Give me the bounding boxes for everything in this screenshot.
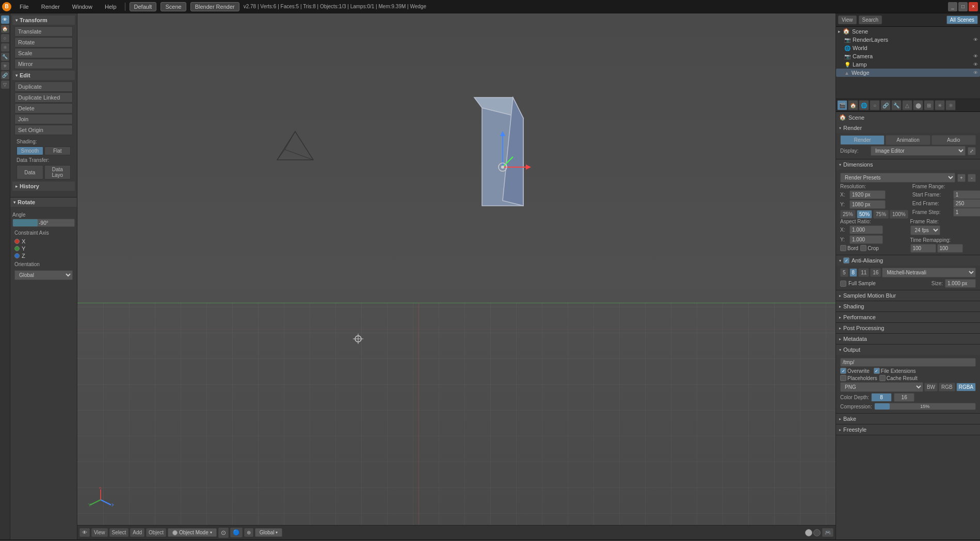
frame-step-input[interactable]	[953, 208, 980, 217]
output-path-input[interactable]	[840, 358, 976, 367]
world-item[interactable]: 🌐 World	[836, 44, 980, 52]
wedge-item[interactable]: ▲ Wedge 👁	[836, 69, 980, 77]
rgba-btn[interactable]: RGBA	[956, 383, 976, 391]
aa-5-btn[interactable]: 5	[840, 268, 848, 277]
post-processing-title[interactable]: ▸ Post Processing	[836, 323, 980, 333]
scene-tab[interactable]: 🏠	[848, 100, 858, 110]
bottom-select-menu[interactable]: Select	[109, 528, 129, 537]
depth-8-btn[interactable]: 8	[871, 393, 892, 402]
transform-pivot-btn[interactable]: ⊙	[218, 528, 229, 538]
mirror-button[interactable]: Mirror	[14, 59, 73, 69]
object-tab[interactable]: ○	[870, 100, 880, 110]
world-tab[interactable]: 🌐	[859, 100, 869, 110]
data-layo-button[interactable]: Data Layo	[44, 165, 71, 179]
output-title[interactable]: ▾ Output	[836, 345, 980, 355]
edit-header[interactable]: ▾ Edit	[12, 71, 75, 80]
scale-button[interactable]: Scale	[14, 48, 73, 58]
duplicate-linked-button[interactable]: Duplicate Linked	[14, 92, 73, 103]
presets-remove-btn[interactable]: -	[968, 174, 976, 182]
scene-selector[interactable]: Scene	[160, 2, 186, 11]
menu-file[interactable]: File	[15, 3, 33, 11]
remap-old-input[interactable]	[910, 244, 936, 253]
data-button[interactable]: Data	[17, 165, 43, 179]
scene-root[interactable]: ▸ 🏠 Scene	[836, 27, 980, 36]
display-select[interactable]: Image Editor	[871, 146, 966, 156]
texture-tab[interactable]: ⊞	[924, 100, 934, 110]
constraints-icon[interactable]: 🔗	[1, 71, 9, 79]
aa-checkbox[interactable]: ✓	[843, 257, 849, 264]
aa-title[interactable]: ▾ ✓ Anti-Aliasing	[836, 255, 980, 266]
compression-slider[interactable]: 15%	[874, 403, 976, 410]
aa-filter-select[interactable]: Mitchell-Netravali	[882, 268, 976, 277]
audio-button[interactable]: Audio	[931, 135, 976, 145]
menu-window[interactable]: Window	[68, 3, 97, 11]
constraint-tab[interactable]: 🔗	[880, 100, 891, 110]
data-tab[interactable]: △	[902, 100, 912, 110]
presets-add-btn[interactable]: +	[957, 174, 966, 182]
placeholders-checkbox[interactable]	[840, 375, 846, 381]
freestyle-title[interactable]: ▸ Freestyle	[836, 424, 980, 435]
outliner-search-btn[interactable]: Search	[859, 15, 882, 24]
render-tab[interactable]: 🎬	[837, 100, 847, 110]
translate-button[interactable]: Translate	[14, 26, 73, 37]
format-select[interactable]: PNG	[840, 382, 923, 392]
modifiers-icon[interactable]: 🔧	[1, 53, 9, 61]
x-axis-item[interactable]: X	[14, 238, 73, 245]
material-tab[interactable]: ⬤	[913, 100, 923, 110]
lamp-eye[interactable]: 👁	[973, 62, 978, 67]
physics-icon[interactable]: ⚛	[1, 43, 9, 52]
overwrite-checkbox[interactable]: ✓	[840, 368, 846, 374]
physics-tab[interactable]: ⚛	[945, 100, 956, 110]
aspect-x-input[interactable]	[849, 225, 883, 234]
proportional-btn[interactable]: ⊕	[244, 528, 253, 537]
metadata-title[interactable]: ▸ Metadata	[836, 334, 980, 344]
mode-selector[interactable]: Object Mode ▾	[168, 528, 217, 537]
render-dot-1[interactable]	[805, 529, 812, 536]
bake-title[interactable]: ▸ Bake	[836, 414, 980, 424]
orientation-select[interactable]: Global	[14, 270, 73, 280]
rotate-button[interactable]: Rotate	[14, 37, 73, 47]
angle-slider[interactable]: -90°	[12, 219, 75, 227]
pct-75-btn[interactable]: 75%	[873, 210, 889, 219]
camera-eye[interactable]: 👁	[973, 54, 978, 59]
performance-title[interactable]: ▸ Performance	[836, 312, 980, 322]
render-section-title[interactable]: ▾ Render	[836, 123, 980, 133]
data-icon[interactable]: ▽	[1, 80, 9, 89]
engine-selector[interactable]: Blender Render	[190, 2, 239, 11]
pct-50-btn[interactable]: 50%	[857, 210, 872, 219]
dimensions-title[interactable]: ▾ Dimensions	[836, 159, 980, 170]
modifier-tab[interactable]: 🔧	[891, 100, 902, 110]
minimize-button[interactable]: _	[948, 2, 957, 11]
renderlayers-item[interactable]: 📷 RenderLayers 👁	[836, 36, 980, 44]
cache-checkbox[interactable]	[879, 375, 886, 381]
res-x-input[interactable]	[849, 190, 886, 199]
menu-help[interactable]: Help	[101, 3, 121, 11]
fps-select[interactable]: 24 fps	[910, 225, 940, 235]
size-input[interactable]	[945, 279, 976, 288]
res-y-input[interactable]	[849, 200, 886, 209]
close-button[interactable]: ×	[969, 2, 978, 11]
scene-icon[interactable]: 🏠	[1, 25, 9, 33]
set-origin-button[interactable]: Set Origin	[14, 125, 73, 135]
particle-tab[interactable]: ✳	[935, 100, 945, 110]
smooth-button[interactable]: Smooth	[17, 146, 43, 155]
viewport[interactable]: User Ortho	[77, 13, 836, 539]
y-axis-item[interactable]: Y	[14, 245, 73, 252]
aa-16-btn[interactable]: 16	[870, 268, 881, 277]
bottom-object-menu[interactable]: Object	[146, 528, 166, 537]
full-sample-checkbox[interactable]	[840, 281, 846, 287]
maximize-button[interactable]: □	[958, 2, 968, 11]
lamp-item[interactable]: 💡 Lamp 👁	[836, 60, 980, 69]
render-dot-2[interactable]	[813, 529, 821, 536]
bottom-add-menu[interactable]: Add	[130, 528, 144, 537]
object-icon[interactable]: ○	[1, 34, 9, 42]
motion-blur-title[interactable]: ▸ Sampled Motion Blur	[836, 290, 980, 301]
end-frame-input[interactable]	[953, 199, 980, 208]
particles-icon[interactable]: ✳	[1, 62, 9, 70]
bottom-view-menu[interactable]: View	[91, 528, 108, 537]
render-mode-dots[interactable]	[805, 529, 821, 536]
pct-100-btn[interactable]: 100%	[890, 210, 908, 219]
camera-item[interactable]: 📷 Camera 👁	[836, 52, 980, 60]
bottom-view-icon[interactable]: 👁	[79, 528, 90, 537]
wedge-eye[interactable]: 👁	[973, 70, 978, 75]
